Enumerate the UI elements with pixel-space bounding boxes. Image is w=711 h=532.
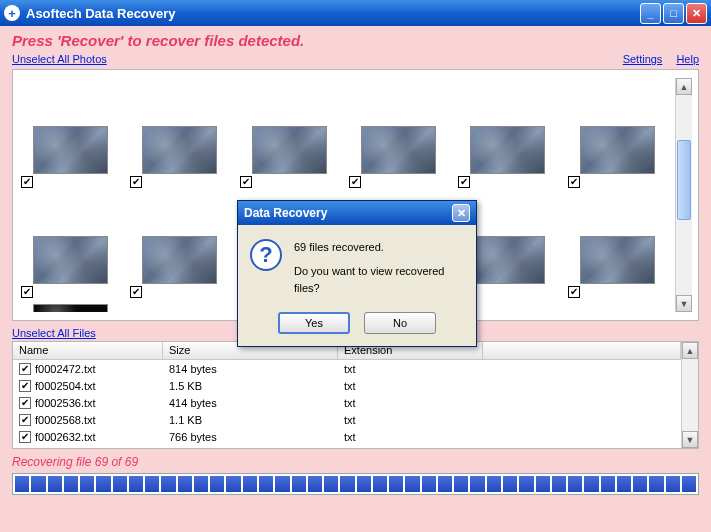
file-name: f0002568.txt (35, 414, 96, 426)
dialog-line1: 69 files recovered. (294, 239, 464, 257)
app-icon: + (4, 5, 20, 21)
photo-item[interactable]: ✔ (128, 78, 237, 188)
photo-item[interactable]: ✔ (19, 188, 128, 298)
dialog-titlebar: Data Recovery ✕ (238, 201, 476, 225)
scroll-up-icon[interactable]: ▲ (676, 78, 692, 95)
file-name: f0002536.txt (35, 397, 96, 409)
photo-item[interactable] (19, 298, 128, 312)
photo-scrollbar[interactable]: ▲ ▼ (675, 78, 692, 312)
photo-item[interactable]: ✔ (128, 188, 237, 298)
progress-segment (503, 476, 517, 492)
progress-segment (373, 476, 387, 492)
status-text: Recovering file 69 of 69 (12, 455, 699, 469)
col-spacer (483, 342, 681, 359)
progress-segment (48, 476, 62, 492)
file-ext: txt (338, 397, 483, 409)
file-size: 1.5 KB (163, 380, 338, 392)
progress-segment (649, 476, 663, 492)
file-checkbox[interactable]: ✔ (19, 397, 31, 409)
question-icon: ? (250, 239, 282, 271)
progress-segment (552, 476, 566, 492)
progress-segment (292, 476, 306, 492)
photo-checkbox[interactable]: ✔ (21, 176, 33, 188)
progress-segment (633, 476, 647, 492)
progress-segment (113, 476, 127, 492)
titlebar: + Asoftech Data Recovery _ □ ✕ (0, 0, 711, 26)
progress-segment (259, 476, 273, 492)
photo-checkbox[interactable]: ✔ (568, 176, 580, 188)
progress-segment (324, 476, 338, 492)
file-ext: txt (338, 431, 483, 443)
progress-segment (96, 476, 110, 492)
progress-segment (357, 476, 371, 492)
progress-segment (389, 476, 403, 492)
progress-segment (243, 476, 257, 492)
file-name: f0002472.txt (35, 363, 96, 375)
scroll-down-icon[interactable]: ▼ (682, 431, 698, 448)
unselect-all-photos-link[interactable]: Unselect All Photos (12, 53, 107, 65)
help-link[interactable]: Help (676, 53, 699, 65)
col-name[interactable]: Name (13, 342, 163, 359)
file-ext: txt (338, 414, 483, 426)
file-ext: txt (338, 363, 483, 375)
file-name: f0002504.txt (35, 380, 96, 392)
progress-segment (682, 476, 696, 492)
progress-segment (470, 476, 484, 492)
minimize-button[interactable]: _ (640, 3, 661, 24)
scroll-down-icon[interactable]: ▼ (676, 295, 692, 312)
unselect-all-files-link[interactable]: Unselect All Files (12, 327, 96, 339)
file-size: 766 bytes (163, 431, 338, 443)
photo-item[interactable]: ✔ (19, 78, 128, 188)
progress-segment (226, 476, 240, 492)
file-size: 1.1 KB (163, 414, 338, 426)
progress-segment (80, 476, 94, 492)
progress-segment (64, 476, 78, 492)
file-checkbox[interactable]: ✔ (19, 363, 31, 375)
progress-segment (568, 476, 582, 492)
table-row[interactable]: ✔f0002632.txt766 bytestxt (13, 428, 681, 445)
scroll-up-icon[interactable]: ▲ (682, 342, 698, 359)
table-row[interactable]: ✔f0002472.txt814 bytestxt (13, 360, 681, 377)
table-row[interactable]: ✔f0002504.txt1.5 KBtxt (13, 377, 681, 394)
maximize-button[interactable]: □ (663, 3, 684, 24)
photo-checkbox[interactable]: ✔ (130, 286, 142, 298)
scroll-thumb[interactable] (677, 140, 691, 220)
file-checkbox[interactable]: ✔ (19, 431, 31, 443)
instruction-text: Press 'Recover' to recover files detecte… (12, 32, 699, 49)
photo-item[interactable]: ✔ (347, 78, 456, 188)
file-size: 814 bytes (163, 363, 338, 375)
table-row[interactable]: ✔f0002536.txt414 bytestxt (13, 394, 681, 411)
window-title: Asoftech Data Recovery (26, 6, 640, 21)
progress-segment (145, 476, 159, 492)
photo-checkbox[interactable]: ✔ (130, 176, 142, 188)
progress-segment (161, 476, 175, 492)
dialog-line2: Do you want to view recovered files? (294, 263, 464, 298)
progress-segment (194, 476, 208, 492)
settings-link[interactable]: Settings (623, 53, 663, 65)
table-row[interactable]: ✔f0002568.txt1.1 KBtxt (13, 411, 681, 428)
file-list: Name Size Extension ✔f0002472.txt814 byt… (12, 341, 699, 449)
photo-checkbox[interactable]: ✔ (568, 286, 580, 298)
progress-segment (340, 476, 354, 492)
photo-item[interactable]: ✔ (566, 78, 675, 188)
file-checkbox[interactable]: ✔ (19, 414, 31, 426)
progress-segment (422, 476, 436, 492)
photo-checkbox[interactable]: ✔ (458, 176, 470, 188)
file-scrollbar[interactable]: ▲ ▼ (681, 342, 698, 448)
progress-segment (405, 476, 419, 492)
photo-checkbox[interactable]: ✔ (240, 176, 252, 188)
progress-segment (519, 476, 533, 492)
photo-checkbox[interactable]: ✔ (349, 176, 361, 188)
dialog-close-button[interactable]: ✕ (452, 204, 470, 222)
yes-button[interactable]: Yes (278, 312, 350, 334)
progress-segment (487, 476, 501, 492)
file-checkbox[interactable]: ✔ (19, 380, 31, 392)
photo-checkbox[interactable]: ✔ (21, 286, 33, 298)
photo-item[interactable]: ✔ (566, 188, 675, 298)
photo-item[interactable]: ✔ (238, 78, 347, 188)
recovery-dialog: Data Recovery ✕ ? 69 files recovered. Do… (237, 200, 477, 347)
close-button[interactable]: ✕ (686, 3, 707, 24)
progress-segment (308, 476, 322, 492)
photo-item[interactable]: ✔ (456, 78, 565, 188)
no-button[interactable]: No (364, 312, 436, 334)
